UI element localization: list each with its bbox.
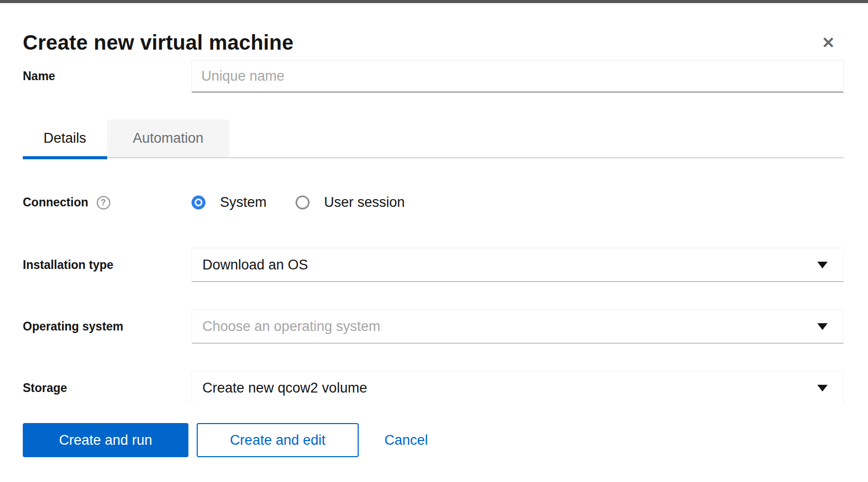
chevron-down-icon — [817, 323, 828, 330]
operating-system-placeholder: Choose an operating system — [202, 319, 380, 335]
help-question-icon[interactable]: ? — [97, 196, 110, 209]
chevron-down-icon — [817, 262, 828, 268]
create-and-run-button[interactable]: Create and run — [23, 423, 188, 457]
storage-label: Storage — [23, 381, 67, 395]
operating-system-label: Operating system — [23, 320, 123, 334]
tabs-container: Details Automation — [0, 119, 868, 158]
radio-option-user-session[interactable]: User session — [296, 194, 405, 210]
cancel-button[interactable]: Cancel — [385, 432, 428, 448]
tab-bar: Details Automation — [23, 119, 844, 158]
chevron-down-icon — [817, 385, 828, 391]
connection-label: Connection — [23, 195, 89, 209]
installation-type-label: Installation type — [23, 258, 113, 272]
radio-system-selected-icon[interactable] — [192, 195, 205, 209]
tab-automation-label: Automation — [133, 130, 204, 146]
installation-type-select[interactable]: Download an OS — [192, 248, 844, 282]
storage-row: Storage Create new qcow2 volume — [0, 371, 868, 404]
create-vm-dialog: Create new virtual machine ✕ Name Detail… — [0, 3, 868, 404]
name-row: Name — [0, 60, 868, 93]
tab-automation[interactable]: Automation — [107, 119, 230, 157]
connection-row: Connection ? System User session — [0, 194, 868, 210]
installation-type-value: Download an OS — [202, 257, 308, 273]
page-title: Create new virtual machine — [23, 29, 844, 56]
close-icon[interactable]: ✕ — [822, 35, 835, 51]
radio-option-system[interactable]: System — [192, 194, 267, 210]
installation-type-row: Installation type Download an OS — [0, 248, 868, 282]
storage-select[interactable]: Create new qcow2 volume — [192, 371, 844, 404]
operating-system-select[interactable]: Choose an operating system — [192, 309, 844, 343]
tab-details-label: Details — [43, 130, 86, 146]
create-and-edit-button[interactable]: Create and edit — [197, 423, 359, 457]
radio-system-label: System — [220, 194, 267, 210]
name-label-col: Name — [23, 69, 192, 83]
storage-value: Create new qcow2 volume — [202, 380, 367, 396]
operating-system-row: Operating system Choose an operating sys… — [0, 309, 868, 343]
radio-user-session-label: User session — [324, 194, 405, 210]
dialog-header: Create new virtual machine ✕ — [0, 3, 868, 56]
tab-details[interactable]: Details — [23, 119, 107, 157]
connection-radio-group: System User session — [192, 194, 844, 210]
radio-user-session-icon[interactable] — [296, 195, 310, 209]
name-label: Name — [23, 69, 55, 83]
vm-name-input[interactable] — [192, 60, 844, 93]
dialog-footer: Create and run Create and edit Cancel — [0, 423, 868, 457]
